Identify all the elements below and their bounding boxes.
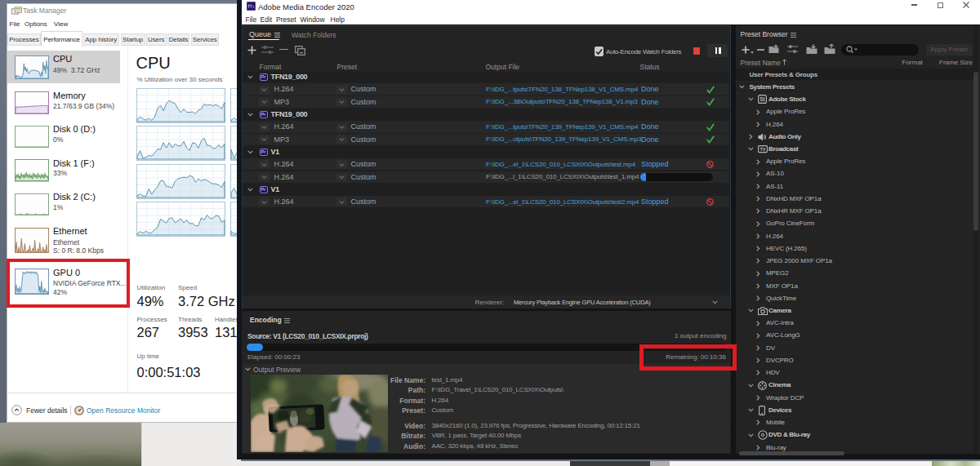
- svg-text:St: St: [760, 96, 765, 102]
- svg-text:TV: TV: [760, 147, 765, 152]
